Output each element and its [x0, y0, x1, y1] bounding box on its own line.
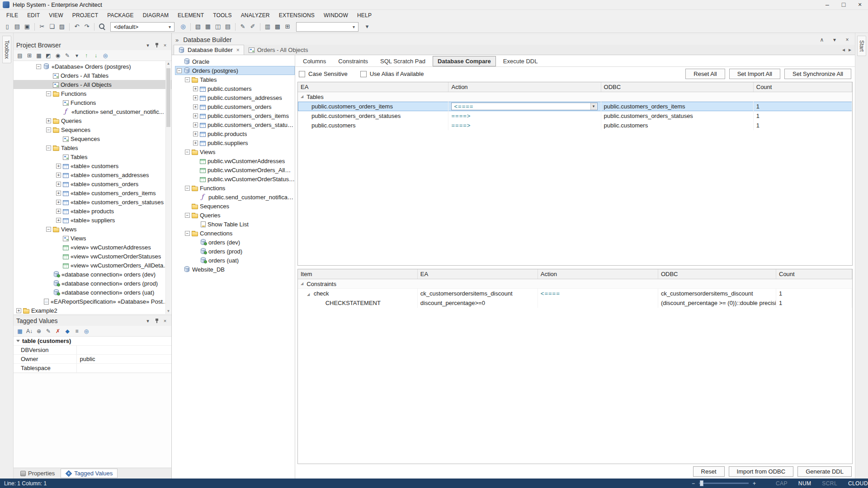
tree-expander[interactable] — [56, 109, 61, 114]
tree-item[interactable]: Tables — [175, 75, 295, 84]
tree-expander[interactable] — [56, 136, 61, 141]
tree-expander[interactable] — [193, 168, 198, 173]
tree-item[interactable]: Queries — [14, 116, 171, 125]
toolbar-search-combo[interactable]: ▾ — [296, 22, 359, 32]
tree-expander[interactable] — [56, 209, 61, 214]
tree-item[interactable]: «view» vwCustomerAddresses — [14, 243, 171, 252]
tree-expander[interactable] — [185, 231, 190, 236]
new-element-icon[interactable]: ◩ — [44, 52, 52, 60]
tree-expander[interactable] — [46, 91, 51, 96]
menu-extensions[interactable]: EXTENSIONS — [274, 10, 319, 21]
tree-item[interactable]: Example2 — [14, 306, 171, 314]
compare-group-tables[interactable]: Tables — [298, 92, 852, 102]
tree-item[interactable]: «table» products — [14, 206, 171, 216]
tree-item[interactable]: orders (dev) — [175, 238, 295, 247]
scrollbar[interactable]: ▲ ▼ — [165, 61, 171, 314]
tree-expander[interactable] — [56, 218, 61, 223]
menu-help[interactable]: HELP — [353, 10, 376, 21]
save-icon[interactable]: ▣ — [23, 22, 32, 31]
action-combo[interactable]: ====> ▾ — [451, 111, 471, 121]
tagged-value-row[interactable]: Tablespace — [14, 364, 171, 373]
new-tag-icon[interactable]: ⊕ — [35, 327, 43, 335]
start-tab[interactable]: Start — [857, 36, 866, 56]
toolbox-tab[interactable]: Toolbox — [2, 36, 11, 63]
tree-item[interactable]: public.customers_orders_statuses — [175, 120, 295, 129]
tree-expander[interactable] — [193, 104, 198, 109]
zoom-out-icon[interactable]: − — [692, 480, 695, 487]
tree-expander[interactable] — [56, 236, 61, 241]
tab-properties[interactable]: Properties — [15, 469, 60, 478]
pin-icon[interactable] — [155, 318, 159, 324]
tree-item[interactable]: «function» send_customer_notific... — [14, 107, 171, 116]
tree-item[interactable]: public.vwCustomerAddresses — [175, 156, 295, 165]
tree-expander[interactable] — [46, 281, 51, 286]
close-panel-icon[interactable]: × — [161, 42, 169, 48]
tree-item[interactable]: Tables — [14, 152, 171, 161]
tree-expander[interactable] — [177, 68, 182, 73]
column-header-action[interactable]: Action — [538, 269, 658, 279]
tree-item[interactable]: «table» customers_addresses — [14, 170, 171, 179]
tree-expander[interactable] — [177, 267, 182, 272]
tree-item[interactable]: «database connection» orders (prod) — [14, 279, 171, 288]
tree-expander[interactable] — [56, 173, 61, 178]
tree-item[interactable]: Orders - All Objects — [14, 80, 171, 89]
compare-row[interactable]: public.customers ====> ▾ public.customer… — [298, 121, 852, 130]
tagged-value-row[interactable]: table (customers) — [14, 337, 171, 346]
tree-item[interactable]: public.customers — [175, 84, 295, 93]
tree-expander[interactable] — [185, 77, 190, 82]
tree-expander[interactable] — [185, 213, 190, 218]
tree-expander[interactable] — [46, 227, 51, 232]
tree-item[interactable]: «table» customers_orders_items — [14, 188, 171, 197]
tree-item[interactable]: Functions — [14, 98, 171, 107]
column-header-ea[interactable]: EA — [418, 269, 538, 279]
tree-expander[interactable] — [46, 145, 51, 150]
window-menu-icon[interactable]: ▾ — [830, 37, 839, 43]
tree-expander[interactable] — [46, 82, 51, 87]
zoom-in-icon[interactable]: + — [753, 480, 756, 487]
tree-item[interactable]: «view» vwCustomerOrders_AllDeta... — [14, 261, 171, 270]
tab-columns[interactable]: Columns — [298, 56, 331, 66]
tree-item[interactable]: Sequences — [14, 125, 171, 134]
menu-project[interactable]: PROJECT — [68, 10, 103, 21]
browser-menu-icon[interactable]: ▤ — [16, 52, 24, 60]
tab-scroll-left-icon[interactable]: ◂ — [842, 47, 845, 53]
scroll-down-icon[interactable]: ▼ — [166, 309, 171, 314]
reset-all-button[interactable]: Reset All — [685, 69, 725, 79]
tree-item[interactable]: «EAReportSpecification» «Database» Postg… — [14, 297, 171, 306]
menu-package[interactable]: PACKAGE — [103, 10, 138, 21]
doc-tab-orders-all-objects[interactable]: Orders - All Objects — [244, 45, 313, 55]
tree-expander[interactable] — [193, 177, 198, 182]
column-header-ea[interactable]: EA — [298, 82, 448, 92]
tree-expander[interactable] — [185, 150, 190, 155]
tree-expander[interactable] — [56, 200, 61, 205]
column-header-item[interactable]: Item — [298, 269, 418, 279]
tree-expander[interactable] — [193, 249, 198, 254]
tree-item[interactable]: public.products — [175, 129, 295, 138]
zoom-slider-thumb[interactable] — [700, 480, 703, 486]
move-down-icon[interactable]: ↓ — [92, 52, 100, 60]
generate-ddl-button[interactable]: Generate DDL — [797, 466, 852, 477]
tree-item[interactable]: orders (prod) — [175, 247, 295, 256]
expand-window-icon[interactable]: ∧ — [818, 37, 826, 43]
tree-expander[interactable] — [56, 254, 61, 259]
tree-expander[interactable] — [46, 272, 51, 277]
reset-button[interactable]: Reset — [693, 466, 725, 477]
menu-analyzer[interactable]: ANALYZER — [236, 10, 274, 21]
compare-row[interactable]: public.customers_orders_items <==== ▾ pu… — [298, 102, 852, 111]
tree-expander[interactable] — [193, 258, 198, 263]
edit-icon[interactable]: ✎ — [63, 52, 71, 60]
tree-item[interactable]: orders (uat) — [175, 256, 295, 265]
panel-menu-icon[interactable]: ▾ — [144, 318, 151, 324]
new-file-icon[interactable]: ▯ — [3, 22, 12, 31]
menu-file[interactable]: FILE — [2, 10, 23, 21]
tree-expander[interactable] — [185, 204, 190, 209]
tree-expander[interactable] — [177, 59, 182, 64]
tree-item[interactable]: Show Table List — [175, 220, 295, 229]
redo-icon[interactable]: ↷ — [82, 22, 91, 31]
close-window-icon[interactable]: × — [843, 37, 851, 43]
maximize-button[interactable]: □ — [835, 0, 852, 10]
sort-icon[interactable]: A↓ — [25, 327, 33, 335]
tree-expander[interactable] — [56, 263, 61, 268]
tree-item[interactable]: «Database» Orders (postgres) — [14, 62, 171, 71]
overflow-chevrons-icon[interactable]: » — [175, 37, 179, 43]
